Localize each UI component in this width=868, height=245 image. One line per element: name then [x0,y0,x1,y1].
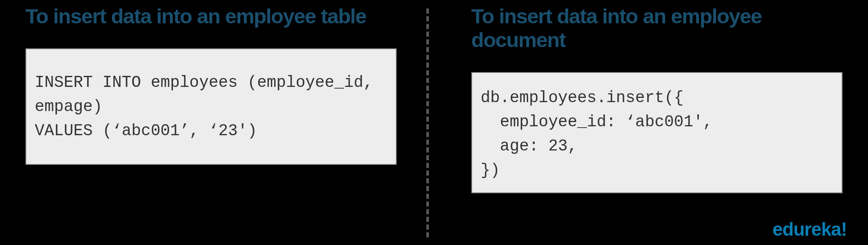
comparison-container: To insert data into an employee table IN… [0,0,868,245]
mongo-heading: To insert data into an employee document [471,4,843,52]
sql-code-box: INSERT INTO employees (employee_id, empa… [25,48,397,165]
brand-logo: edureka! [773,219,847,240]
mongo-panel: To insert data into an employee document… [429,4,847,232]
sql-heading: To insert data into an employee table [25,4,397,28]
sql-panel: To insert data into an employee table IN… [21,4,426,232]
mongo-code-box: db.employees.insert({ employee_id: ‘abc0… [471,72,843,193]
